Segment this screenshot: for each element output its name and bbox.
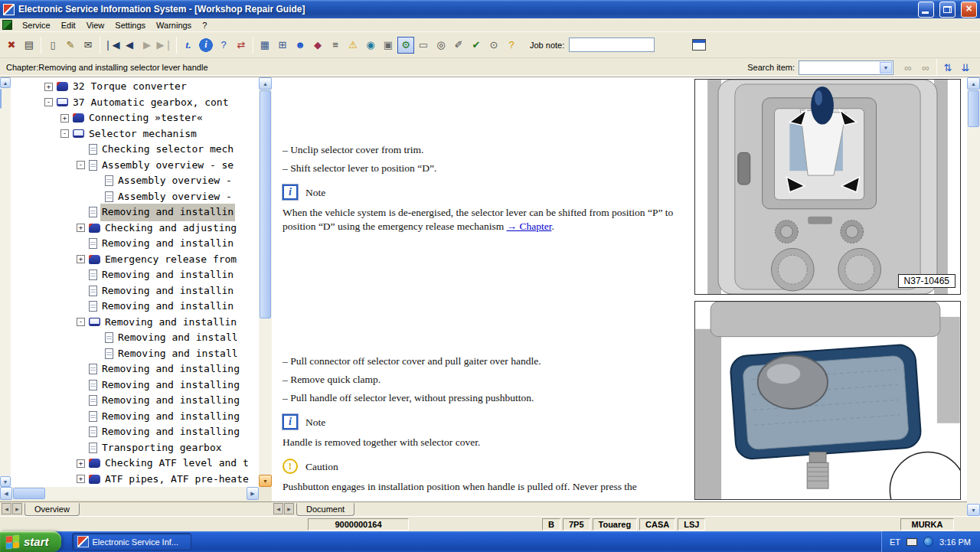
tree-item[interactable]: Removing and installing <box>11 361 259 377</box>
previous-page-icon[interactable]: ◀ <box>121 37 138 54</box>
tree-item[interactable]: Removing and installin <box>11 204 259 220</box>
tree-horizontal-scrollbar[interactable] <box>0 487 259 500</box>
scrollbar-thumb[interactable] <box>0 89 2 109</box>
tab-scroll-left-icon[interactable] <box>2 503 11 514</box>
chapter-link[interactable]: → Chapter <box>507 220 552 232</box>
edit-document-icon[interactable]: ✎ <box>62 37 79 54</box>
tree-item[interactable]: Removing and installing <box>11 377 259 394</box>
figure-1[interactable]: N37-10465 <box>694 79 961 295</box>
tree-item-label[interactable]: Removing and installing <box>100 423 241 441</box>
tree-item[interactable]: - Selector mechanism <box>11 126 259 142</box>
tree-item[interactable]: Removing and installing <box>11 393 259 409</box>
tree-item-label[interactable]: Removing and installin <box>100 235 235 253</box>
tree-item-label[interactable]: Assembly overview - <box>116 188 234 206</box>
keyboard-icon[interactable] <box>906 538 917 546</box>
tree-expander-icon[interactable]: - <box>60 129 69 138</box>
start-button[interactable]: start <box>0 531 61 552</box>
mail-icon[interactable]: ✉ <box>80 37 96 54</box>
tree-item-label[interactable]: Checking selector mech <box>100 141 235 158</box>
tree-item-label[interactable]: Checking and adjusting <box>103 220 238 237</box>
print-icon[interactable]: ▤ <box>21 37 38 54</box>
tree-item-label[interactable]: Removing and installin <box>103 314 238 332</box>
tree-item-label[interactable]: Removing and installin <box>100 283 235 300</box>
tree-expander-icon[interactable]: + <box>77 459 85 468</box>
tab-scroll-right-icon[interactable] <box>284 503 294 514</box>
menu-item[interactable]: Settings <box>109 19 151 31</box>
scroll-up-icon[interactable] <box>259 77 272 90</box>
next-page-icon[interactable]: ▶ <box>139 37 155 54</box>
tree-item-label[interactable]: Assembly overview - se <box>100 157 235 175</box>
figure-2[interactable] <box>694 301 961 500</box>
cart-icon[interactable]: ▣ <box>380 37 397 54</box>
tree-expander-icon[interactable]: - <box>77 318 85 326</box>
cd-icon[interactable]: ⊙ <box>485 37 502 54</box>
checklist-icon[interactable]: ✔ <box>468 37 485 54</box>
history-icon[interactable]: t. <box>180 37 197 54</box>
tree-item[interactable]: Assembly overview - <box>11 189 259 205</box>
tree-item[interactable]: + 32 Torque converter <box>11 79 259 95</box>
tree-item[interactable]: Checking selector mech <box>11 142 259 158</box>
taskbar-app-button[interactable]: Electronic Service Inf... <box>72 533 191 550</box>
tree-expander-icon[interactable]: - <box>44 98 53 106</box>
document-menu-icon[interactable] <box>2 20 12 30</box>
tree-item[interactable]: Removing and install <box>11 346 259 362</box>
job-properties-icon[interactable] <box>692 39 706 51</box>
scrollbar-thumb[interactable] <box>13 488 45 499</box>
tree-item-label[interactable]: Removing and install <box>116 329 240 347</box>
tree-item[interactable]: Removing and install <box>11 330 259 346</box>
scroll-left-icon[interactable] <box>0 487 12 500</box>
tree-expander-icon[interactable]: + <box>77 255 85 263</box>
find-next-icon[interactable]: ∞ <box>917 59 934 76</box>
job-note-input[interactable] <box>569 38 655 52</box>
tree-expander-icon[interactable]: - <box>77 161 85 169</box>
tree-item[interactable]: - Assembly overview - se <box>11 158 259 174</box>
tree-item-label[interactable]: Assembly overview - <box>116 172 234 190</box>
tree-expander-icon[interactable]: + <box>44 83 53 91</box>
tree-item-label[interactable]: Removing and installing <box>100 377 241 394</box>
language-indicator[interactable]: ET <box>890 537 900 547</box>
tree-item-label[interactable]: Connecting »tester« <box>87 109 204 127</box>
help-topics-icon[interactable]: ? <box>503 37 520 54</box>
menu-item[interactable]: Service <box>17 19 56 31</box>
tree-item-label[interactable]: Removing and installin <box>100 298 235 315</box>
tree-item-label[interactable]: Selector mechanism <box>87 126 198 143</box>
tree-item-label[interactable]: Checking ATF level and t <box>103 455 250 472</box>
tree-item-label[interactable]: Removing and installing <box>100 361 241 378</box>
search-document-icon[interactable]: ◎ <box>433 37 449 54</box>
scroll-up-icon[interactable] <box>967 77 980 90</box>
tree-item[interactable]: + Connecting »tester« <box>11 110 259 126</box>
scrollbar-thumb[interactable] <box>260 90 271 318</box>
sort-ascending-icon[interactable]: ⇅ <box>939 59 956 76</box>
tree-expander-icon[interactable]: + <box>77 475 85 483</box>
tree-expander-icon[interactable]: + <box>60 114 69 122</box>
transfer-icon[interactable]: ⇄ <box>233 37 250 54</box>
tree-item-label[interactable]: Removing and install <box>116 345 240 363</box>
tree-item[interactable]: + ATF pipes, ATF pre-heate <box>11 472 259 488</box>
tree-item[interactable]: Removing and installin <box>11 283 259 299</box>
customer-icon[interactable]: ☻ <box>292 37 309 54</box>
tree-item[interactable]: - 37 Automatic gearbox, cont <box>11 95 259 111</box>
tree-item[interactable]: + Checking ATF level and t <box>11 456 259 472</box>
restore-button[interactable] <box>939 2 956 18</box>
search-item-combobox[interactable] <box>799 60 893 75</box>
help-icon[interactable]: ? <box>215 37 232 54</box>
parts-catalog-icon[interactable]: ▦ <box>256 37 273 54</box>
tab-document[interactable]: Document <box>296 503 354 516</box>
search-item-input[interactable] <box>800 62 879 73</box>
scroll-right-icon[interactable] <box>247 487 259 500</box>
sort-descending-icon[interactable]: ⇊ <box>957 59 974 76</box>
tree-expander-icon[interactable]: + <box>77 224 85 232</box>
scroll-up-icon[interactable] <box>0 77 11 88</box>
find-icon[interactable]: ∞ <box>900 59 916 76</box>
menu-item[interactable]: Edit <box>56 19 81 31</box>
scrollbar-thumb[interactable] <box>968 90 979 127</box>
tree-item[interactable]: + Emergency release from <box>11 252 259 268</box>
globe-icon[interactable]: ◉ <box>362 37 379 54</box>
tree-vertical-scrollbar[interactable] <box>259 77 272 487</box>
network-icon[interactable] <box>923 537 933 547</box>
repair-manual-icon[interactable]: ◆ <box>309 37 326 54</box>
menu-item[interactable]: Warnings <box>151 19 197 31</box>
tree-item-label[interactable]: Removing and installing <box>100 392 241 410</box>
tree-item-label[interactable]: Removing and installing <box>100 408 241 426</box>
exit-icon[interactable]: ✖ <box>3 37 20 54</box>
